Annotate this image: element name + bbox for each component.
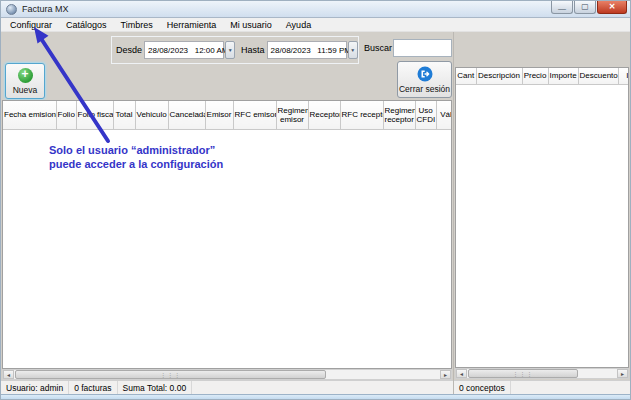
statusbar-left: Usuario: admin 0 facturas Suma Total: 0.…	[1, 380, 453, 394]
column-header-impuesto[interactable]: Imp	[618, 68, 629, 84]
nueva-button[interactable]: + Nueva	[5, 63, 45, 99]
maximize-icon: ▢	[581, 3, 589, 11]
scrollbar-thumb[interactable]: ⋮⋮⋮	[15, 370, 326, 379]
menu-item-mi-usuario[interactable]: Mi usuario	[223, 19, 279, 31]
minimize-icon: —	[558, 5, 566, 13]
hasta-label: Hasta	[241, 45, 265, 55]
buscar-label: Buscar	[364, 43, 392, 53]
maximize-button[interactable]: ▢	[574, 1, 596, 14]
minimize-button[interactable]: —	[551, 1, 573, 14]
column-header-regimen-emisor[interactable]: Regimen emisor	[276, 101, 308, 129]
desde-datetime-picker[interactable]: 28/08/2023 12:00 AM	[144, 41, 224, 59]
buscar-input[interactable]	[393, 39, 452, 57]
column-header-emisor[interactable]: Emisor	[205, 101, 233, 129]
column-header-descuento[interactable]: Descuento	[578, 68, 618, 84]
nueva-button-label: Nueva	[13, 85, 38, 95]
column-header-regimen-receptor[interactable]: Regimen receptor	[383, 101, 415, 129]
column-header-uso-cfdi[interactable]: Uso CFDI	[415, 101, 436, 129]
column-header-rfc-receptor[interactable]: RFC receptor	[340, 101, 383, 129]
menu-item-timbres[interactable]: Timbres	[114, 19, 160, 31]
menu-item-ayuda[interactable]: Ayuda	[279, 19, 318, 31]
column-header-precio[interactable]: Precio	[522, 68, 548, 84]
column-header-descripcion[interactable]: Descripción	[476, 68, 522, 84]
column-header-cancelada[interactable]: Cancelada	[168, 101, 205, 129]
window-border-bottom	[1, 394, 630, 400]
column-header-fecha-emision[interactable]: Fecha emision	[3, 101, 56, 129]
chevron-down-icon: ▼	[350, 47, 355, 53]
invoices-hscrollbar[interactable]: ◂ ⋮⋮⋮ ▸	[2, 369, 452, 380]
column-header-vehiculo[interactable]: Vehiculo	[135, 101, 168, 129]
hasta-datetime-picker[interactable]: 28/08/2023 11:59 PM	[267, 41, 347, 59]
date-range-group: Desde 28/08/2023 12:00 AM ▼ Hasta 28/08/…	[111, 36, 359, 64]
cerrar-sesion-label: Cerrar sesión	[399, 84, 450, 94]
concepts-hscrollbar[interactable]: ◂ ⋮⋮⋮ ▸	[455, 368, 629, 379]
scrollbar-track[interactable]: ⋮⋮⋮	[14, 370, 440, 379]
concepts-table: Cant Descripción Precio Importe Descuent…	[456, 68, 629, 85]
app-window: Factura MX — ▢ ✕ Configurar Catálogos Ti…	[0, 0, 631, 400]
column-header-importe[interactable]: Importe	[548, 68, 578, 84]
window-title: Factura MX	[22, 4, 69, 14]
menu-item-configurar[interactable]: Configurar	[3, 19, 59, 31]
menubar: Configurar Catálogos Timbres Herramienta…	[1, 18, 630, 32]
close-button[interactable]: ✕	[597, 1, 627, 14]
menu-item-herramienta[interactable]: Herramienta	[160, 19, 224, 31]
chevron-down-icon: ▼	[228, 47, 233, 53]
status-facturas: 0 facturas	[69, 381, 117, 394]
logout-icon	[417, 66, 433, 82]
column-header-cant[interactable]: Cant	[456, 68, 476, 84]
invoices-table: Fecha emision Folio Folio fiscal Total V…	[3, 101, 452, 130]
scroll-right-icon[interactable]: ▸	[440, 370, 451, 379]
scroll-right-icon[interactable]: ▸	[617, 369, 628, 378]
status-usuario: Usuario: admin	[1, 381, 69, 394]
hasta-dropdown-button[interactable]: ▼	[348, 41, 358, 59]
invoices-grid[interactable]: Fecha emision Folio Folio fiscal Total V…	[2, 100, 452, 369]
column-header-folio[interactable]: Folio	[56, 101, 76, 129]
annotation-note: Solo el usuario “administrador” puede ac…	[49, 143, 223, 171]
titlebar[interactable]: Factura MX — ▢ ✕	[1, 1, 630, 18]
scrollbar-track[interactable]: ⋮⋮⋮	[467, 369, 617, 378]
column-header-receptor[interactable]: Receptor	[308, 101, 340, 129]
cerrar-sesion-button[interactable]: Cerrar sesión	[397, 61, 452, 98]
column-header-valida[interactable]: Vál	[436, 101, 452, 129]
window-controls: — ▢ ✕	[551, 1, 627, 14]
desde-label: Desde	[116, 45, 142, 55]
menu-item-catalogos[interactable]: Catálogos	[59, 19, 114, 31]
pane-divider	[453, 32, 454, 394]
annotation-line1: Solo el usuario “administrador”	[49, 143, 223, 157]
scroll-left-icon[interactable]: ◂	[3, 370, 14, 379]
column-header-rfc-emisor[interactable]: RFC emisor	[233, 101, 276, 129]
close-icon: ✕	[609, 3, 616, 11]
scrollbar-thumb[interactable]: ⋮⋮⋮	[468, 369, 578, 378]
column-header-folio-fiscal[interactable]: Folio fiscal	[76, 101, 113, 129]
status-conceptos: 0 conceptos	[454, 381, 511, 394]
concepts-grid[interactable]: Cant Descripción Precio Importe Descuent…	[455, 67, 629, 368]
desde-dropdown-button[interactable]: ▼	[225, 41, 235, 59]
column-header-total[interactable]: Total	[113, 101, 135, 129]
statusbar-right: 0 conceptos	[454, 380, 631, 394]
scroll-left-icon[interactable]: ◂	[456, 369, 467, 378]
plus-icon: +	[18, 68, 33, 83]
status-suma-total: Suma Total: 0.00	[118, 381, 193, 394]
app-icon	[6, 4, 17, 15]
annotation-line2: puede acceder a la configuración	[49, 157, 223, 171]
